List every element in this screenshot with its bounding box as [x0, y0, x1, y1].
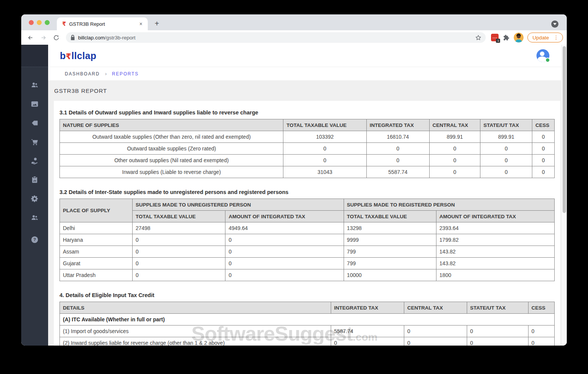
- table-row: Haryana0099991799.82: [60, 234, 555, 246]
- cell: Delhi: [60, 222, 133, 234]
- cell: 0: [225, 269, 344, 281]
- breadcrumb-separator-icon: ›: [105, 71, 106, 77]
- settings-gear-icon[interactable]: [31, 194, 39, 203]
- cell: Gujarat: [60, 258, 133, 269]
- update-button[interactable]: Update ⋮: [527, 33, 563, 42]
- users-icon[interactable]: [31, 213, 39, 222]
- new-tab-button[interactable]: +: [152, 18, 162, 29]
- header-cell: AMOUNT OF INTEGRATED TAX: [436, 211, 554, 222]
- tab-strip: ₹ GSTR3B Report × +: [21, 14, 567, 30]
- report-clipboard-icon[interactable]: [31, 175, 39, 184]
- cell: 16810.74: [366, 131, 429, 143]
- profile-avatar[interactable]: [514, 33, 524, 42]
- cart-icon[interactable]: [31, 138, 39, 146]
- close-window-button[interactable]: [29, 20, 34, 25]
- page-scrollbar[interactable]: [561, 45, 567, 346]
- header-cell: PLACE OF SUPPLY: [60, 199, 133, 222]
- breadcrumb-dashboard[interactable]: DASHBOARD: [65, 71, 100, 77]
- cell: 0: [225, 246, 344, 258]
- header-cell: CENTRAL TAX: [404, 302, 467, 314]
- cell: 103392: [283, 131, 366, 143]
- cell: 0: [429, 155, 480, 166]
- header-group-cell: SUPPLIES MADE TO REGISTERED PERSON: [344, 199, 554, 211]
- cell: 0: [532, 131, 555, 143]
- payment-icon[interactable]: [31, 156, 39, 165]
- table-3-2: PLACE OF SUPPLYSUPPLIES MADE TO UNREGIST…: [59, 199, 555, 281]
- cell: 0: [132, 234, 225, 246]
- back-icon[interactable]: [25, 32, 36, 43]
- cell: 0: [480, 166, 532, 178]
- breadcrumb-reports[interactable]: REPORTS: [112, 71, 139, 77]
- header-cell: CESS: [532, 119, 555, 131]
- cell: Outward taxable supplies (Other than zer…: [60, 131, 283, 143]
- browser-window: ₹ GSTR3B Report × + billclap.com/gstr3b-…: [21, 14, 567, 346]
- contacts-icon[interactable]: [31, 81, 39, 89]
- tab-close-icon[interactable]: ×: [138, 21, 144, 27]
- tag-icon[interactable]: [31, 119, 39, 127]
- maximize-window-button[interactable]: [45, 20, 50, 25]
- table-row: Assam00799143.82: [60, 246, 555, 258]
- cell: (2) Inward supplies liable for reverse c…: [60, 337, 331, 346]
- breadcrumb: DASHBOARD › REPORTS: [48, 67, 567, 80]
- cell: 799: [344, 246, 436, 258]
- forward-icon[interactable]: [38, 32, 48, 43]
- browser-menu-dots-icon[interactable]: ⋮: [551, 34, 561, 41]
- minimize-window-button[interactable]: [37, 20, 42, 25]
- account-avatar[interactable]: [536, 49, 549, 62]
- cell: 1799.82: [436, 234, 554, 246]
- extension-badge: 1: [496, 39, 500, 43]
- help-icon[interactable]: ?: [31, 235, 39, 244]
- cell: 899.91: [480, 131, 532, 143]
- tab-search-chevron-icon[interactable]: [551, 20, 558, 28]
- lock-icon: [70, 35, 75, 40]
- window-controls: [29, 20, 50, 25]
- cell: 4949.64: [225, 222, 344, 234]
- header-cell: STATE/UT TAX: [467, 302, 528, 314]
- cell: 0: [532, 155, 555, 166]
- cell: 0: [331, 337, 404, 346]
- cell: 5587.74: [366, 166, 429, 178]
- cell: 1800: [436, 269, 554, 281]
- url-bar[interactable]: billclap.com/gstr3b-report: [66, 32, 486, 43]
- logo-rupee-icon: ₹: [66, 52, 72, 61]
- online-status-badge: [545, 58, 550, 63]
- header-cell: CESS: [528, 302, 554, 314]
- cell: 9999: [344, 234, 436, 246]
- reload-icon[interactable]: [51, 32, 61, 43]
- header-group-cell: SUPPLIES MADE TO UNREGISTERED PERSON: [132, 199, 344, 211]
- span-cell: (A) ITC Available (Whether in full or pa…: [60, 314, 555, 325]
- cell: (1) Import of goods/services: [60, 325, 331, 337]
- cell: 0: [366, 143, 429, 155]
- cell: 0: [283, 155, 366, 166]
- cell: Inward supplies (Liable to reverse charg…: [60, 166, 283, 178]
- cell: 13298: [344, 222, 436, 234]
- table-row: Other outward supplies (Nil rated and ex…: [60, 155, 555, 166]
- extension-red-icon[interactable]: ... 1: [491, 34, 499, 41]
- section-title-3-2: 3.2 Details of Inter-State supplies made…: [59, 189, 555, 195]
- table-3-1: NATURE OF SUPPLIESTOTAL TAXABLE VALUEINT…: [59, 119, 555, 178]
- browser-tab[interactable]: ₹ GSTR3B Report ×: [57, 17, 148, 30]
- cell: Assam: [60, 246, 133, 258]
- cell: 0: [532, 166, 555, 178]
- cell: Haryana: [60, 234, 133, 246]
- cell: 0: [225, 234, 344, 246]
- section-title-3-1: 3.1 Details of Outward supplies and Inwa…: [59, 110, 555, 116]
- billclap-logo[interactable]: b₹llclap: [60, 50, 96, 61]
- tab-title: GSTR3B Report: [69, 21, 138, 27]
- cell: 0: [532, 143, 555, 155]
- extensions-puzzle-icon[interactable]: [501, 32, 511, 43]
- cell: Other outward supplies (Nil rated and ex…: [60, 155, 283, 166]
- cell: Uttar Pradesh: [60, 269, 133, 281]
- header-cell: TOTAL TAXABLE VALUE: [344, 211, 436, 222]
- cell: 0: [429, 166, 480, 178]
- table-4: DETAILSINTEGRATED TAXCENTRAL TAXSTATE/UT…: [59, 302, 555, 346]
- cell: 0: [132, 269, 225, 281]
- sidebar-top-block: [21, 45, 48, 67]
- cell: 0: [467, 325, 528, 337]
- cell: 0: [429, 143, 480, 155]
- image-icon[interactable]: [31, 100, 39, 108]
- header-cell: NATURE OF SUPPLIES: [60, 119, 283, 131]
- scrollbar-thumb[interactable]: [563, 46, 566, 213]
- cell: 0: [283, 143, 366, 155]
- header-cell: DETAILS: [60, 302, 331, 314]
